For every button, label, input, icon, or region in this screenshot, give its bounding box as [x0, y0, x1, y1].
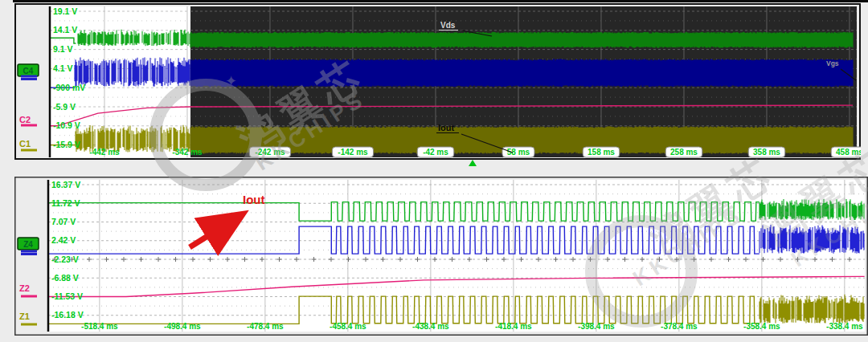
callout-iout: Iout: [438, 123, 454, 132]
svg-text:-342 ms: -342 ms: [172, 148, 203, 157]
svg-text:Z1: Z1: [19, 311, 30, 321]
trigger-marker-icon: [469, 160, 477, 166]
svg-text:-442 ms: -442 ms: [89, 148, 120, 157]
svg-text:-242 ms: -242 ms: [255, 148, 285, 157]
scope-svg-overview: 19.1 V14.1 V9.1 V4.1 V-900 mV-5.9 V-10.9…: [14, 3, 861, 160]
svg-text:-15.9 V: -15.9 V: [53, 140, 80, 149]
svg-text:-2.23 V: -2.23 V: [51, 254, 79, 264]
svg-text:-498.4 ms: -498.4 ms: [164, 322, 201, 331]
svg-text:-16.18 V: -16.18 V: [51, 310, 84, 320]
svg-text:C4: C4: [23, 67, 34, 75]
svg-text:458 ms: 458 ms: [836, 148, 861, 157]
svg-text:2.42 V: 2.42 V: [51, 235, 76, 245]
svg-text:C2: C2: [19, 115, 31, 124]
svg-text:-142 ms: -142 ms: [338, 148, 368, 157]
svg-text:-5.9 V: -5.9 V: [53, 102, 76, 112]
svg-text:C1: C1: [19, 139, 31, 149]
svg-text:-518.4 ms: -518.4 ms: [81, 322, 118, 331]
scope-overview-panel: 19.1 V14.1 V9.1 V4.1 V-900 mV-5.9 V-10.9…: [14, 3, 861, 160]
svg-text:-458.4 ms: -458.4 ms: [330, 322, 366, 331]
svg-text:-478.4 ms: -478.4 ms: [247, 322, 284, 331]
svg-text:-378.4 ms: -378.4 ms: [661, 322, 698, 331]
svg-text:-42 ms: -42 ms: [423, 148, 448, 157]
svg-text:-900 mV: -900 mV: [53, 83, 85, 92]
trace-vgs: [190, 59, 853, 88]
svg-text:16.37 V: 16.37 V: [51, 180, 80, 189]
callout-vds: Vds: [440, 21, 456, 30]
svg-text:-10.9 V: -10.9 V: [53, 120, 80, 130]
svg-text:9.1 V: 9.1 V: [53, 44, 73, 54]
svg-text:-398.4 ms: -398.4 ms: [578, 322, 615, 331]
svg-text:-438.4 ms: -438.4 ms: [412, 322, 449, 331]
svg-text:358 ms: 358 ms: [753, 148, 780, 157]
svg-text:7.07 V: 7.07 V: [51, 217, 76, 226]
callout-iout_red: Iout: [243, 193, 265, 206]
svg-text:-11.53 V: -11.53 V: [51, 291, 83, 301]
scope-svg-zoom-detail: 16.37 V11.72 V7.07 V2.42 V-2.23 V-6.88 V…: [14, 177, 868, 336]
svg-text:158 ms: 158 ms: [588, 148, 615, 157]
scope-zoom-panel: 16.37 V11.72 V7.07 V2.42 V-2.23 V-6.88 V…: [14, 177, 868, 336]
svg-text:Z2: Z2: [19, 283, 30, 293]
svg-text:4.1 V: 4.1 V: [53, 63, 73, 73]
trace-vds: [190, 32, 853, 48]
svg-text:258 ms: 258 ms: [670, 148, 698, 157]
svg-text:14.1 V: 14.1 V: [53, 25, 77, 35]
svg-text:Z4: Z4: [23, 240, 33, 249]
svg-text:-338.4 ms: -338.4 ms: [826, 322, 863, 331]
svg-text:-358.4 ms: -358.4 ms: [743, 322, 780, 331]
top-border: [13, 0, 868, 2]
svg-text:19.1 V: 19.1 V: [53, 6, 77, 16]
svg-text:11.72 V: 11.72 V: [51, 198, 80, 208]
svg-text:-418.4 ms: -418.4 ms: [495, 322, 532, 331]
svg-text:-6.88 V: -6.88 V: [51, 273, 79, 283]
callout-vgs: Vgs: [826, 59, 839, 67]
oscilloscope-screenshot: 19.1 V14.1 V9.1 V4.1 V-900 mV-5.9 V-10.9…: [0, 0, 868, 342]
